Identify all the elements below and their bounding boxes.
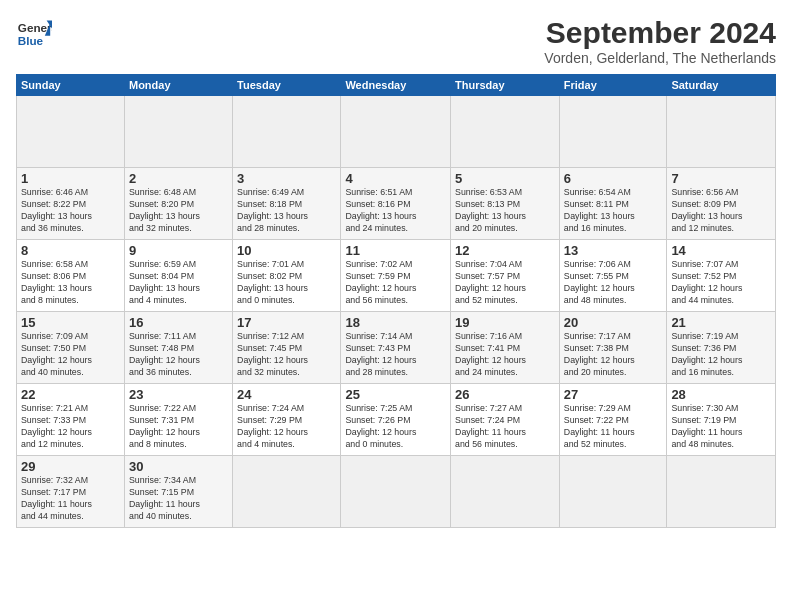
cell-info: Daylight: 11 hours [671, 427, 771, 439]
cell-info: Daylight: 13 hours [564, 211, 663, 223]
cell-info: Sunrise: 6:49 AM [237, 187, 336, 199]
cell-info: Daylight: 12 hours [345, 283, 446, 295]
cell-info: and 56 minutes. [455, 439, 555, 451]
calendar-table: SundayMondayTuesdayWednesdayThursdayFrid… [16, 74, 776, 528]
calendar-cell: 3Sunrise: 6:49 AMSunset: 8:18 PMDaylight… [233, 168, 341, 240]
cell-info: and 16 minutes. [564, 223, 663, 235]
cell-info: Daylight: 12 hours [345, 355, 446, 367]
day-number: 9 [129, 243, 228, 258]
calendar-cell [667, 96, 776, 168]
day-number: 19 [455, 315, 555, 330]
day-number: 26 [455, 387, 555, 402]
cell-info: Daylight: 12 hours [564, 355, 663, 367]
cell-info: Sunrise: 7:29 AM [564, 403, 663, 415]
cell-info: Sunrise: 7:17 AM [564, 331, 663, 343]
day-number: 18 [345, 315, 446, 330]
calendar-cell: 15Sunrise: 7:09 AMSunset: 7:50 PMDayligh… [17, 312, 125, 384]
cell-info: Sunrise: 6:58 AM [21, 259, 120, 271]
cell-info: Sunset: 8:18 PM [237, 199, 336, 211]
calendar-cell: 13Sunrise: 7:06 AMSunset: 7:55 PMDayligh… [559, 240, 667, 312]
cell-info: Sunrise: 7:04 AM [455, 259, 555, 271]
day-number: 28 [671, 387, 771, 402]
day-number: 8 [21, 243, 120, 258]
cell-info: Sunset: 7:52 PM [671, 271, 771, 283]
cell-info: Daylight: 12 hours [671, 355, 771, 367]
cell-info: Sunset: 7:36 PM [671, 343, 771, 355]
cell-info: and 44 minutes. [21, 511, 120, 523]
col-header-saturday: Saturday [667, 75, 776, 96]
cell-info: Sunset: 7:45 PM [237, 343, 336, 355]
cell-info: Daylight: 12 hours [455, 283, 555, 295]
calendar-cell: 7Sunrise: 6:56 AMSunset: 8:09 PMDaylight… [667, 168, 776, 240]
cell-info: Sunrise: 7:06 AM [564, 259, 663, 271]
cell-info: Sunset: 7:29 PM [237, 415, 336, 427]
day-number: 30 [129, 459, 228, 474]
cell-info: Sunset: 8:16 PM [345, 199, 446, 211]
cell-info: Sunrise: 6:46 AM [21, 187, 120, 199]
cell-info: Sunrise: 7:19 AM [671, 331, 771, 343]
calendar-cell: 1Sunrise: 6:46 AMSunset: 8:22 PMDaylight… [17, 168, 125, 240]
cell-info: Sunrise: 6:53 AM [455, 187, 555, 199]
cell-info: Sunset: 7:48 PM [129, 343, 228, 355]
cell-info: and 0 minutes. [237, 295, 336, 307]
day-number: 16 [129, 315, 228, 330]
cell-info: Sunrise: 7:30 AM [671, 403, 771, 415]
calendar-cell: 22Sunrise: 7:21 AMSunset: 7:33 PMDayligh… [17, 384, 125, 456]
calendar-cell: 19Sunrise: 7:16 AMSunset: 7:41 PMDayligh… [451, 312, 560, 384]
cell-info: Daylight: 12 hours [129, 355, 228, 367]
cell-info: Sunrise: 7:16 AM [455, 331, 555, 343]
cell-info: and 28 minutes. [237, 223, 336, 235]
day-number: 27 [564, 387, 663, 402]
calendar-cell: 2Sunrise: 6:48 AMSunset: 8:20 PMDaylight… [124, 168, 232, 240]
cell-info: and 48 minutes. [564, 295, 663, 307]
calendar-cell: 21Sunrise: 7:19 AMSunset: 7:36 PMDayligh… [667, 312, 776, 384]
cell-info: and 12 minutes. [671, 223, 771, 235]
calendar-cell: 25Sunrise: 7:25 AMSunset: 7:26 PMDayligh… [341, 384, 451, 456]
calendar-cell [559, 96, 667, 168]
cell-info: Daylight: 11 hours [455, 427, 555, 439]
cell-info: Daylight: 11 hours [129, 499, 228, 511]
calendar-cell: 30Sunrise: 7:34 AMSunset: 7:15 PMDayligh… [124, 456, 232, 528]
day-number: 11 [345, 243, 446, 258]
col-header-friday: Friday [559, 75, 667, 96]
calendar-cell [124, 96, 232, 168]
cell-info: Sunset: 8:02 PM [237, 271, 336, 283]
cell-info: Sunrise: 7:34 AM [129, 475, 228, 487]
cell-info: Sunset: 7:57 PM [455, 271, 555, 283]
day-number: 7 [671, 171, 771, 186]
col-header-thursday: Thursday [451, 75, 560, 96]
cell-info: Daylight: 13 hours [237, 283, 336, 295]
cell-info: Sunset: 7:59 PM [345, 271, 446, 283]
cell-info: and 52 minutes. [564, 439, 663, 451]
cell-info: Daylight: 13 hours [345, 211, 446, 223]
day-number: 25 [345, 387, 446, 402]
cell-info: and 16 minutes. [671, 367, 771, 379]
calendar-cell: 9Sunrise: 6:59 AMSunset: 8:04 PMDaylight… [124, 240, 232, 312]
col-header-monday: Monday [124, 75, 232, 96]
cell-info: Sunset: 7:15 PM [129, 487, 228, 499]
logo: General Blue [16, 16, 52, 52]
day-number: 13 [564, 243, 663, 258]
cell-info: Sunset: 7:38 PM [564, 343, 663, 355]
cell-info: and 32 minutes. [129, 223, 228, 235]
cell-info: and 36 minutes. [129, 367, 228, 379]
cell-info: Sunrise: 7:25 AM [345, 403, 446, 415]
cell-info: Sunrise: 6:51 AM [345, 187, 446, 199]
calendar-cell: 4Sunrise: 6:51 AMSunset: 8:16 PMDaylight… [341, 168, 451, 240]
cell-info: Sunset: 8:13 PM [455, 199, 555, 211]
calendar-cell: 14Sunrise: 7:07 AMSunset: 7:52 PMDayligh… [667, 240, 776, 312]
calendar-cell [17, 96, 125, 168]
calendar-cell: 5Sunrise: 6:53 AMSunset: 8:13 PMDaylight… [451, 168, 560, 240]
cell-info: Daylight: 13 hours [129, 283, 228, 295]
cell-info: Sunrise: 7:14 AM [345, 331, 446, 343]
col-header-wednesday: Wednesday [341, 75, 451, 96]
cell-info: Sunset: 8:20 PM [129, 199, 228, 211]
cell-info: Sunset: 7:19 PM [671, 415, 771, 427]
calendar-cell: 12Sunrise: 7:04 AMSunset: 7:57 PMDayligh… [451, 240, 560, 312]
day-number: 12 [455, 243, 555, 258]
cell-info: and 4 minutes. [237, 439, 336, 451]
cell-info: and 0 minutes. [345, 439, 446, 451]
cell-info: Sunrise: 7:01 AM [237, 259, 336, 271]
cell-info: and 20 minutes. [455, 223, 555, 235]
cell-info: Sunset: 8:11 PM [564, 199, 663, 211]
